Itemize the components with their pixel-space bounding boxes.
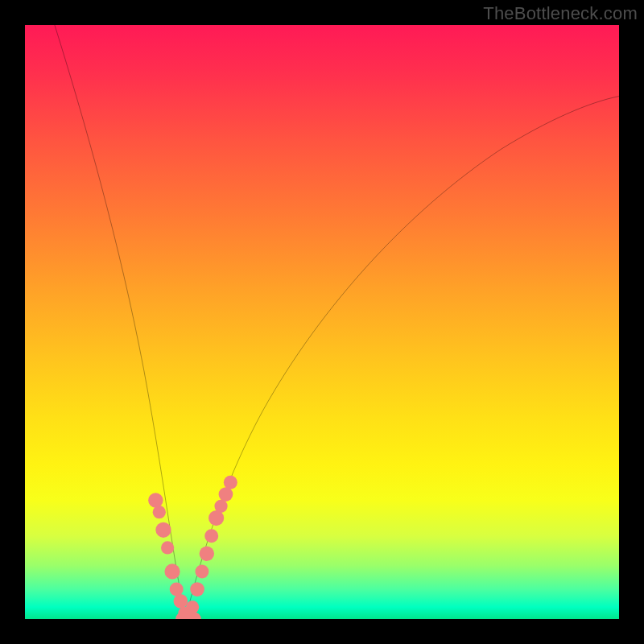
svg-point-16 [195, 564, 208, 578]
plot-area [25, 25, 619, 619]
svg-point-15 [190, 582, 204, 597]
marker-cluster-right [186, 476, 237, 614]
svg-point-18 [204, 529, 218, 543]
svg-point-22 [224, 476, 237, 489]
svg-point-6 [174, 594, 188, 609]
svg-point-3 [161, 541, 174, 554]
marker-cluster-left [148, 493, 195, 619]
svg-point-2 [155, 522, 171, 538]
watermark-text: TheBottleneck.com [483, 3, 638, 24]
curve-layer [25, 25, 619, 619]
curve-right-branch [185, 97, 619, 619]
marker-cluster-bottom [175, 613, 201, 619]
svg-point-20 [214, 500, 227, 513]
svg-point-21 [219, 487, 233, 502]
svg-point-4 [164, 564, 180, 579]
chart-frame: TheBottleneck.com [0, 0, 644, 644]
svg-point-0 [148, 493, 163, 507]
svg-point-14 [186, 601, 199, 613]
svg-point-1 [153, 506, 166, 518]
svg-point-17 [200, 547, 214, 561]
